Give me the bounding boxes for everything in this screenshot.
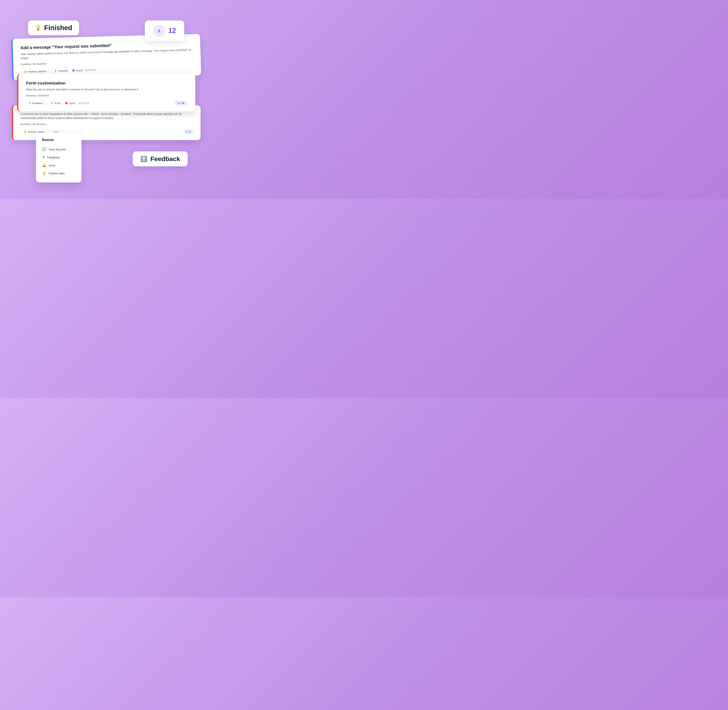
boards-feedback-label: Feedback: [47, 156, 60, 159]
issue-icon: 🔔: [42, 163, 46, 167]
tag-todo[interactable]: ⬆ To Do: [48, 100, 63, 106]
card3-deadline-value: No deadline: [32, 123, 46, 126]
tag-finished[interactable]: 💡 Finished: [51, 68, 71, 74]
boards-item-all[interactable]: 💬 View all posts: [42, 145, 75, 153]
card1-deadline-label: Deadline:: [21, 63, 32, 66]
card2-deadline-value: 10/4/2024: [38, 94, 49, 97]
todo-icon: ⬆: [51, 101, 53, 104]
card3-deadline: Deadline: No deadline: [21, 123, 193, 126]
card2-desc: Allow the user to choose what field is r…: [26, 88, 188, 91]
vote-number: 12: [181, 101, 184, 104]
tag-feature-request[interactable]: 💡 Feature_request: [21, 68, 49, 75]
feedback-badge-label: Feedback: [150, 155, 180, 163]
vote-chevron-icon: ∧: [178, 101, 180, 104]
card1-date: 9/13/2024: [85, 68, 97, 72]
card2-votes[interactable]: ∧ 12: [174, 100, 188, 106]
lightbulb-icon2: 💡: [54, 69, 57, 72]
lightbulb-icon3: 💡: [24, 130, 27, 133]
boards-title: Boards: [42, 138, 75, 142]
boards-item-issue[interactable]: 🔔 Issue: [42, 161, 75, 169]
card3-votes[interactable]: ∧ 3: [183, 129, 193, 134]
urgent-dot: [65, 102, 68, 104]
card1-deadline-value: No deadline: [32, 62, 47, 65]
boards-issue-label: Issue: [49, 164, 55, 167]
vote-number2: 3: [189, 131, 190, 133]
boards-item-feature[interactable]: 💡 Feature idea: [42, 169, 75, 177]
card2-date: 9/13/2024: [78, 102, 89, 104]
feedback-label: Feedback: [32, 102, 43, 104]
chat-icon: 💬: [42, 147, 46, 151]
todo-label: To Do: [54, 102, 60, 104]
card2-deadline-label: Deadline:: [26, 94, 37, 97]
boards-dropdown: Boards 💬 View all posts ⬆ Feedback 🔔 Iss…: [36, 133, 81, 182]
vote-count: 12: [168, 27, 176, 35]
card2-deadline: Deadline: 10/4/2024: [26, 94, 188, 97]
priority-text2: urgent: [69, 102, 76, 104]
finished-badge: 💡 Finished: [28, 21, 79, 35]
boards-item-feedback[interactable]: ⬆ Feedback: [42, 153, 75, 161]
card3-deadline-label: Deadline:: [21, 123, 32, 126]
boards-feature-label: Feature idea: [49, 172, 65, 175]
lightbulb-icon: 💡: [35, 25, 41, 31]
casual-dot: [72, 69, 75, 72]
tag-feedback[interactable]: ⬆ Feedback: [26, 100, 46, 106]
feedback-badge: ⬆️ Feedback: [133, 151, 188, 166]
lightbulb-icon: 💡: [24, 70, 27, 73]
priority-text: casual: [76, 69, 83, 72]
card2-tags: ⬆ Feedback ⬆ To Do urgent 9/13/2024 ∧ 12: [26, 100, 188, 106]
card3-desc: It would be nice to have integrations to…: [21, 112, 193, 120]
chevron-up-icon: ∧: [157, 28, 161, 34]
card2-title: Form customization: [26, 81, 188, 86]
feedback-icon: ⬆: [29, 101, 31, 104]
tag1-label: Feature_request: [28, 70, 46, 73]
feature-idea-icon: 💡: [42, 171, 46, 175]
feedback-board-icon: ⬆: [42, 155, 45, 159]
card1-tags: 💡 Feature_request 💡 Finished casual 9/13…: [21, 65, 193, 75]
tag2-label: Finished: [58, 69, 68, 72]
feedback-badge-icon: ⬆️: [140, 155, 147, 162]
vote-circle: ∧: [153, 25, 165, 37]
card2-priority: urgent: [65, 102, 76, 104]
finished-label: Finished: [44, 24, 72, 32]
boards-all-label: View all posts: [49, 148, 66, 151]
vote-badge: ∧ 12: [145, 21, 184, 41]
vote-chevron2-icon: ∧: [186, 131, 188, 133]
card-form-customization: Form customization Allow the user to cho…: [17, 74, 195, 111]
card1-priority: casual: [72, 69, 83, 72]
